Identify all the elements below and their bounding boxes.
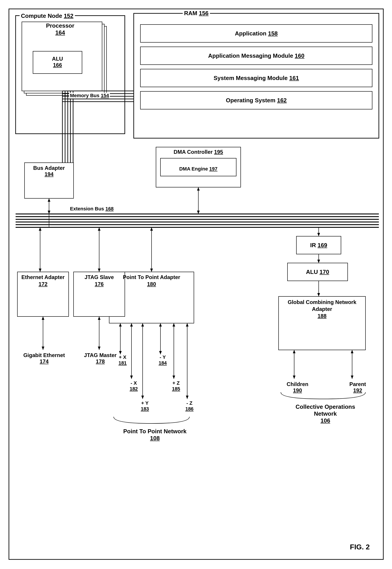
- compute-node-label: Compute Node 152: [20, 13, 75, 19]
- svg-marker-49: [150, 227, 153, 231]
- svg-marker-31: [48, 211, 50, 214]
- ptp-network-label: Point To Point Network 108: [114, 428, 196, 442]
- svg-marker-54: [39, 227, 42, 231]
- svg-marker-70: [130, 323, 133, 327]
- svg-marker-63: [98, 347, 100, 350]
- svg-marker-42: [317, 260, 320, 263]
- ir-label: IR 169: [296, 238, 341, 252]
- collective-ops-label: Collective Operations Network 106: [287, 403, 363, 424]
- alu-network-label: ALU 170: [287, 265, 348, 279]
- svg-marker-44: [317, 293, 320, 296]
- svg-marker-72: [141, 396, 144, 399]
- jtag-slave-label: JTAG Slave 176: [73, 274, 125, 288]
- svg-marker-60: [42, 347, 44, 350]
- memory-bus-label: Memory Bus 154: [69, 93, 110, 98]
- alu-processor-label: ALU 166: [33, 56, 82, 68]
- processor-label: Processor 164: [31, 22, 89, 36]
- svg-marker-33: [48, 198, 50, 202]
- svg-marker-88: [351, 350, 353, 353]
- svg-marker-57: [98, 269, 100, 272]
- svg-marker-78: [172, 375, 175, 379]
- svg-marker-53: [39, 269, 42, 272]
- svg-marker-69: [130, 375, 133, 379]
- svg-marker-35: [197, 211, 200, 214]
- ptp-mx-label: - X 182: [125, 380, 143, 392]
- svg-marker-61: [42, 317, 44, 320]
- sys-messaging-label: System Messaging Module 161: [140, 72, 372, 83]
- svg-marker-79: [172, 323, 175, 327]
- children-label: Children 190: [281, 381, 314, 394]
- svg-marker-67: [119, 323, 122, 327]
- ptp-pz-label: + Z 185: [167, 380, 185, 392]
- svg-marker-36: [197, 187, 200, 191]
- dma-engine-label: DMA Engine 197: [160, 160, 236, 178]
- ram-label: RAM 156: [183, 10, 210, 17]
- gigabit-ethernet-label: Gigabit Ethernet 174: [17, 352, 71, 365]
- figure-label: FIG. 2: [350, 543, 370, 551]
- ptp-py-label: + Y 183: [136, 400, 154, 412]
- bus-adapter-label: Bus Adapter 194: [25, 165, 73, 177]
- os-label: Operating System 162: [140, 95, 372, 106]
- dma-controller-label: DMA Controller 195: [156, 149, 241, 155]
- extension-bus-label: Extension Bus 168: [69, 206, 114, 212]
- svg-marker-75: [159, 351, 162, 354]
- ptp-mz-label: - Z 186: [181, 400, 198, 412]
- svg-marker-64: [98, 317, 100, 320]
- svg-marker-82: [186, 323, 189, 327]
- global-combining-label: Global Combining Network Adapter 188: [279, 299, 365, 319]
- svg-marker-81: [186, 396, 189, 399]
- svg-marker-87: [351, 375, 353, 379]
- svg-marker-84: [293, 375, 295, 379]
- page: Compute Node 152 Processor 164 ALU 166 R…: [0, 0, 392, 569]
- svg-marker-40: [317, 233, 320, 236]
- parent-label: Parent 192: [341, 381, 374, 394]
- ptp-px-label: + X 181: [114, 354, 131, 366]
- ethernet-adapter-label: Ethernet Adapter 172: [17, 274, 69, 288]
- svg-marker-76: [159, 323, 162, 327]
- svg-marker-58: [98, 227, 100, 231]
- application-label: Application 158: [140, 28, 372, 39]
- svg-marker-47: [150, 269, 153, 272]
- svg-marker-73: [141, 323, 144, 327]
- ptp-my-label: - Y 184: [154, 354, 172, 366]
- app-messaging-label: Application Messaging Module 160: [140, 50, 372, 61]
- svg-marker-85: [293, 350, 295, 353]
